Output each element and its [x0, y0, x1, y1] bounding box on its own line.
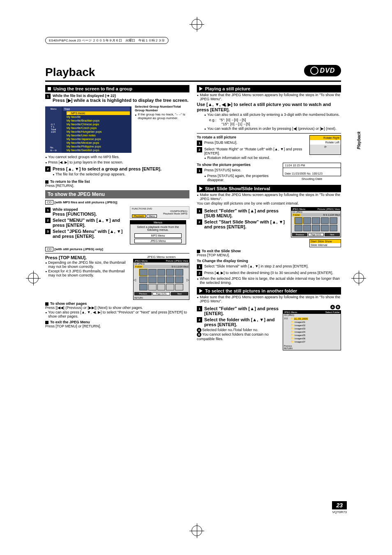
- return-text: Press [RETURN].: [45, 184, 189, 188]
- eg-1: "5": [0]→[0]→[5]: [219, 118, 246, 122]
- rotate-menu-figure: Rotate Right Rotate Left ⟳: [309, 135, 341, 155]
- registration-mark: [191, 525, 202, 536]
- use-note-1: You can also select a still picture by e…: [207, 113, 341, 117]
- exit-slide-heading: To exit the Slide Show: [202, 249, 241, 253]
- heading-slide-show: Start Slide Show/Slide Interval: [197, 185, 341, 192]
- exit-jpeg-heading: To exit the JPEG Menu: [50, 320, 90, 324]
- doc-code: VQT0R73: [332, 510, 347, 514]
- step2-note: The file list for the selected group app…: [55, 172, 189, 177]
- func-step3: Select "JPEG Menu" with [▲, ▼] and press…: [53, 229, 127, 239]
- other-pages-heading: To show other pages: [50, 302, 87, 306]
- heading-jpeg-menu: To show the JPEG Menu: [45, 190, 189, 198]
- eg-2: "15": [0]→[1]→[5]: [221, 122, 341, 126]
- title-rule: [45, 81, 341, 82]
- exit-jpeg-text: Press [TOP MENU] or [RETURN].: [45, 324, 189, 328]
- tree-caption-title: Selected Group Number/Total Group Number: [135, 105, 189, 112]
- status-figure: 11/24 10:15 PM Date 11/23/2005 No. 100/1…: [283, 163, 341, 176]
- cd-tag: CD: [45, 200, 53, 205]
- folder-step1: Select "Folder" with [▲] and press [ENTE…: [204, 306, 279, 316]
- registration-mark: [28, 273, 39, 283]
- page-title: Playback: [45, 66, 341, 79]
- rotate-step1: Press [SUB MENU].: [204, 140, 306, 146]
- properties-heading: To show the picture properties: [197, 163, 279, 167]
- step1-body: Press [▶] while a track is highlighted t…: [53, 98, 189, 103]
- registration-mark: [191, 19, 202, 30]
- folder-step2: Select the folder with [▲, ▼] and press …: [204, 317, 279, 327]
- jpeg-menu-caption: JPEG Menu screen: [133, 255, 189, 259]
- folder-intro: Make sure that the JPEG Menu screen appe…: [200, 295, 341, 303]
- rotate-note: Rotation information will not be stored.: [207, 156, 306, 161]
- change-note: When the selected JPEG file size is larg…: [200, 276, 341, 285]
- rotate-step2: Select "Rotate Right" or "Rotate Left" w…: [204, 147, 306, 155]
- folder-note-b: You cannot select folders that contain n…: [197, 332, 269, 341]
- properties-note: Press [STATUS] again, the properties dis…: [207, 174, 279, 182]
- slide-step2: Select "Start Slide Show" with [▲, ▼] an…: [204, 219, 288, 229]
- exit-slide-text: Press [TOP MENU].: [197, 253, 341, 257]
- func-step2: Select "MENU" with [▲, ▼] and press [ENT…: [53, 218, 127, 228]
- jpeg-menu-figure-2: JPEG MenuPicture (JPEG) View CD (JPEG) F…: [291, 207, 341, 237]
- step-2: 2: [45, 166, 51, 172]
- func-step1a: While stopped: [53, 207, 78, 212]
- folder-note-a: Selected folder no./Total folder no.: [202, 328, 258, 332]
- return-heading: To return to the file list: [50, 180, 90, 184]
- jpeg-menu-figure: JPEG MenuPicture (JPEG) View CD (JPEG) F…: [133, 259, 189, 300]
- rotate-heading: To rotate a still picture: [197, 135, 306, 139]
- step-1: 1: [45, 94, 51, 99]
- other-pages-text1: Press [|◀◀] (Previous) or [▶▶|] (Next) t…: [45, 306, 189, 310]
- jpeg-note-1: Depending on the JPEG file size, the thu…: [48, 260, 130, 269]
- cd-cond-1: [with MP3 files and still pictures (JPEG…: [55, 200, 118, 204]
- change-step2: Press [◀, ▶] to select the desired timin…: [204, 271, 341, 276]
- jpeg-note-2: Except for 4:3 JPEG thumbnails, the thum…: [48, 269, 130, 277]
- tree-screen-figure: Menu G 7T 1Total1/24 No.⊖ – ⊖ Tree 📁 MP3…: [45, 106, 131, 153]
- heading-tree-screen: Using the tree screen to find a group: [45, 85, 189, 92]
- page-number: 23: [332, 501, 347, 509]
- shooting-date-label: Shooting Date: [283, 177, 341, 181]
- slide-menu-figure: Start Slide Show Slide Interval: [309, 239, 341, 247]
- print-job-header: ES40VP&PC.book 23 ページ ２００５年９月６日 火曜日 午前１０…: [45, 37, 168, 44]
- cd-cond-2: [with still pictures (JPEG) only]: [55, 247, 103, 251]
- use-note-2: You can watch the still pictures in orde…: [207, 127, 341, 131]
- change-timing-heading: To Change the display timing: [197, 259, 341, 263]
- use-arrows: Use [▲, ▼, ◀, ▶] to select a still pictu…: [197, 102, 341, 112]
- note-no-mp3: You cannot select groups with no MP3 fil…: [48, 155, 189, 160]
- step1-lead: While the file list is displayed (➔ 22): [53, 94, 116, 98]
- slide-intro2: You can display still pictures one by on…: [197, 201, 341, 205]
- change-step1: Select "Slide Interval" with [▲, ▼] in s…: [204, 264, 341, 269]
- eg-label: e.g.:: [209, 118, 217, 122]
- note-jump-layers: Press [◀, ▶] to jump layers in the tree …: [48, 160, 189, 165]
- slide-intro: Make sure that the JPEG Menu screen appe…: [200, 193, 341, 201]
- playing-intro: Make sure that the JPEG Menu screen appe…: [200, 93, 341, 101]
- properties-step1: Press [STATUS] twice.: [204, 168, 279, 173]
- heading-another-folder: To select the still pictures in another …: [197, 287, 341, 295]
- step2-text: Press [▲, ▼] to select a group and press…: [53, 166, 189, 172]
- select-folder-figure: JPEG MenuSelect Folder CD (JPEG) 1/11 📁 …: [283, 310, 341, 350]
- dvd-badge: DVD: [304, 65, 341, 76]
- side-tab: Playback: [357, 131, 361, 149]
- other-pages-text2: You can also press [▲, ▼, ◀, ▶] to selec…: [48, 310, 189, 318]
- functions-panel: FUNCTIONS DVD CD(MP3/JPEG) Playback Mode…: [130, 206, 189, 219]
- heading-playing-still: Playing a still picture: [197, 85, 341, 92]
- page-footer: 23 VQT0R73: [332, 501, 347, 514]
- menus-box: Menus Select a playback mode from the fo…: [130, 220, 186, 244]
- registration-mark: [353, 273, 364, 283]
- func-step1b: Press [FUNCTIONS].: [53, 212, 97, 216]
- slide-step1: Select "Folder" with [▲] and press [SUB …: [204, 208, 288, 218]
- press-top-menu: Press [TOP MENU].: [45, 255, 130, 260]
- tree-caption-note: If the group has no track, "– –" is disp…: [138, 113, 189, 120]
